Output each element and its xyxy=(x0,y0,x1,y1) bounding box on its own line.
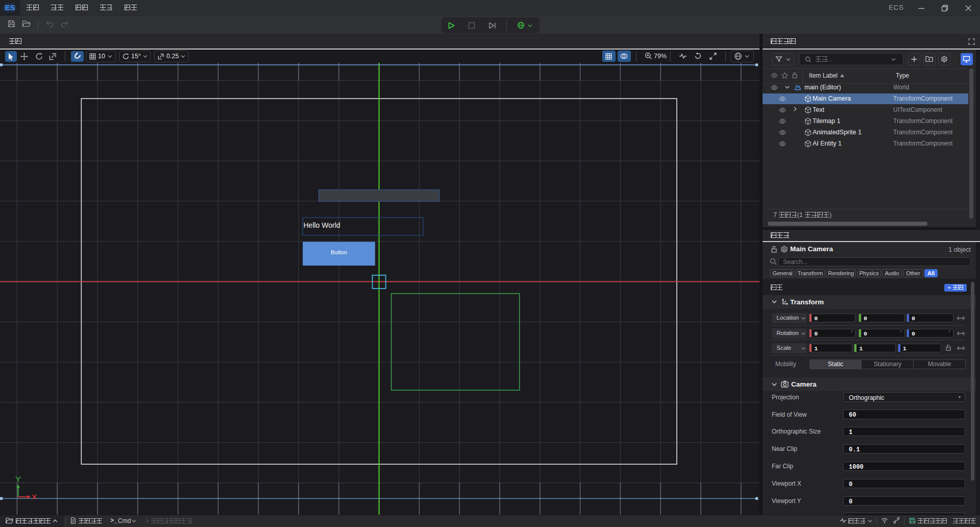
svg-text:Hello World: Hello World xyxy=(304,221,340,229)
svg-text:Button: Button xyxy=(331,249,347,255)
